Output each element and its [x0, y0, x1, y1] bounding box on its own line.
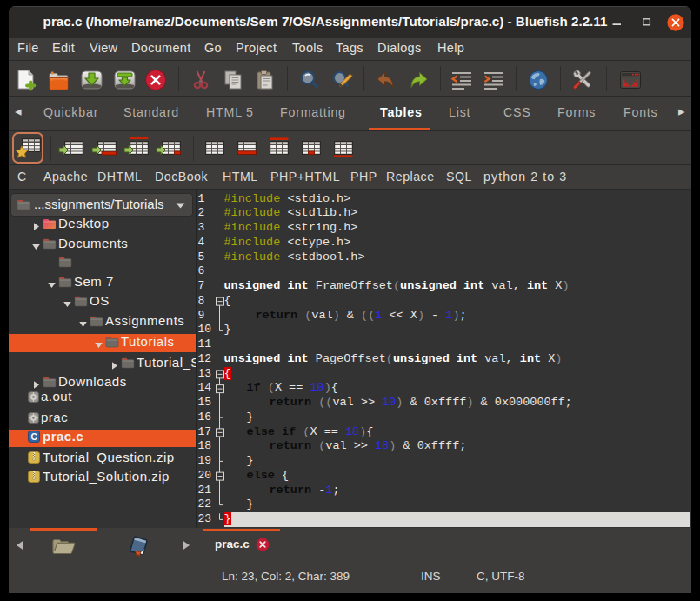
svg-text:C: C [30, 432, 37, 442]
